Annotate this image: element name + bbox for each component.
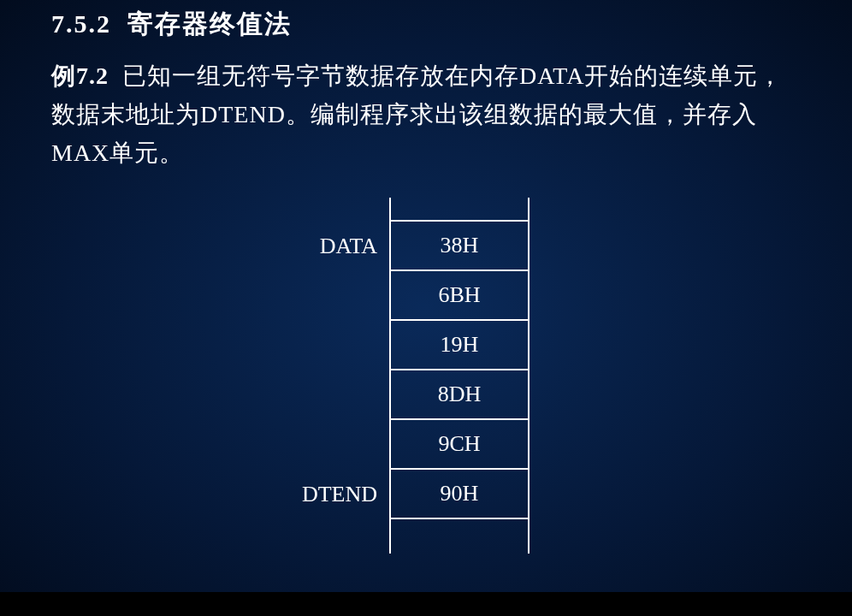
example-text-block: 例7.2 已知一组无符号字节数据存放在内存DATA开始的连续单元，数据末地址为D… <box>51 57 801 172</box>
memory-cells-column: 38H 6BH 19H 8DH 9CH 90H <box>389 198 530 554</box>
cell-spacer-bottom <box>391 519 528 554</box>
diagram-inner: DATA DTEND 38H 6BH 19H 8DH 9CH 90H <box>288 198 530 554</box>
label-spacer <box>288 198 382 222</box>
bottom-bar <box>0 592 852 616</box>
section-title-text: 寄存器终值法 <box>127 9 292 38</box>
memory-labels-column: DATA DTEND <box>288 198 382 519</box>
example-description: 已知一组无符号字节数据存放在内存DATA开始的连续单元，数据末地址为DTEND。… <box>51 62 783 166</box>
memory-cell: 8DH <box>391 370 528 420</box>
slide-content: 7.5.2 寄存器终值法 例7.2 已知一组无符号字节数据存放在内存DATA开始… <box>0 0 852 554</box>
memory-diagram: DATA DTEND 38H 6BH 19H 8DH 9CH 90H <box>17 198 801 554</box>
memory-label-empty <box>288 271 382 321</box>
section-title: 7.5.2 寄存器终值法 <box>51 7 801 42</box>
example-label: 例7.2 <box>51 62 109 89</box>
memory-cell: 90H <box>391 470 528 519</box>
section-number: 7.5.2 <box>51 9 111 38</box>
memory-label-empty <box>288 420 382 470</box>
cell-spacer-top <box>391 198 528 222</box>
memory-label-start: DATA <box>288 222 382 271</box>
memory-label-empty <box>288 370 382 420</box>
memory-cell: 9CH <box>391 420 528 470</box>
memory-cell: 38H <box>391 222 528 271</box>
memory-cell: 19H <box>391 321 528 370</box>
memory-label-end: DTEND <box>288 470 382 519</box>
memory-label-empty <box>288 321 382 370</box>
memory-cell: 6BH <box>391 271 528 321</box>
